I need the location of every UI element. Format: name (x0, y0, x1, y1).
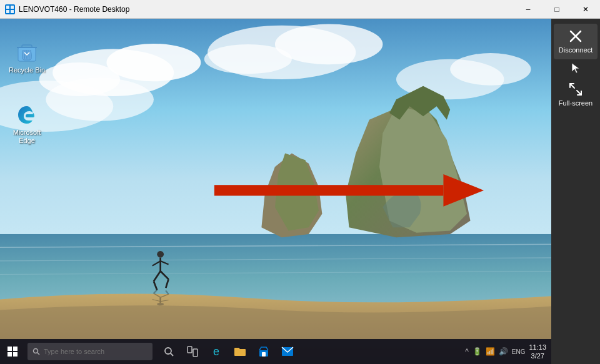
edge-icon[interactable]: Microsoft Edge (5, 100, 49, 147)
svg-line-42 (25, 50, 26, 59)
svg-rect-2 (11, 6, 14, 9)
svg-point-21 (157, 251, 164, 258)
svg-rect-4 (11, 10, 14, 13)
right-panel: Disconnect Full-screen (551, 19, 600, 364)
svg-rect-47 (13, 352, 18, 357)
disconnect-icon (568, 29, 583, 44)
svg-point-50 (165, 348, 171, 354)
svg-line-59 (570, 84, 574, 88)
taskbar-tray: ^ 🔋 📶 🔊 ENG 11:13 3/27 (465, 343, 551, 361)
start-button[interactable] (0, 339, 25, 364)
clock-time: 11:13 (529, 343, 546, 352)
recycle-bin-image (14, 40, 39, 65)
recycle-bin-label: Recycle Bin (9, 66, 45, 74)
edge-image (14, 102, 39, 127)
clock-date: 3/27 (529, 352, 546, 360)
title-bar: LENOVOT460 - Remote Desktop – □ ✕ (0, 0, 600, 19)
clock[interactable]: 11:13 3/27 (529, 343, 546, 361)
title-bar-buttons: – □ ✕ (514, 0, 600, 19)
remote-desktop-area[interactable]: Recycle Bin Microsoft Edge (0, 19, 551, 364)
svg-rect-52 (188, 347, 192, 353)
svg-point-15 (46, 78, 153, 121)
taskbar: e (0, 339, 551, 364)
search-input[interactable] (44, 348, 138, 355)
maximize-button[interactable]: □ (542, 0, 571, 19)
svg-line-49 (38, 353, 39, 355)
recycle-bin-icon[interactable]: Recycle Bin (5, 37, 49, 77)
taskbar-store-icon[interactable] (252, 339, 275, 364)
taskbar-search-icon[interactable] (158, 339, 180, 364)
fullscreen-label: Full-screen (559, 99, 592, 107)
taskbar-task-view-icon[interactable] (181, 339, 204, 364)
fullscreen-button[interactable]: Full-screen (554, 77, 598, 112)
svg-point-48 (34, 349, 38, 353)
disconnect-button[interactable]: Disconnect (554, 24, 598, 59)
tray-chevron-icon[interactable]: ^ (465, 347, 469, 356)
tray-language-icon: ENG (512, 348, 526, 355)
taskbar-edge-icon[interactable]: e (205, 339, 228, 364)
title-bar-left: LENOVOT460 - Remote Desktop (0, 4, 129, 14)
svg-rect-53 (193, 349, 198, 357)
fullscreen-icon (568, 82, 583, 97)
svg-point-13 (450, 53, 531, 86)
svg-rect-3 (6, 10, 9, 13)
svg-point-11 (204, 44, 292, 74)
svg-rect-1 (6, 6, 9, 9)
tray-volume-icon[interactable]: 🔊 (499, 347, 508, 356)
tray-battery-icon: 🔋 (472, 347, 482, 356)
tray-wifi-icon: 📶 (486, 347, 495, 356)
svg-point-7 (106, 44, 201, 81)
disconnect-label: Disconnect (559, 46, 592, 54)
main-area: Recycle Bin Microsoft Edge (0, 19, 600, 364)
svg-rect-55 (262, 352, 266, 357)
svg-line-51 (171, 353, 173, 356)
svg-line-60 (577, 91, 581, 95)
svg-rect-44 (8, 347, 12, 351)
app-icon (5, 4, 15, 14)
taskbar-mail-icon[interactable] (276, 339, 299, 364)
svg-line-43 (29, 50, 29, 59)
minimize-button[interactable]: – (514, 0, 542, 19)
edge-label: Microsoft Edge (8, 129, 46, 145)
window-title: LENOVOT460 - Remote Desktop (19, 5, 129, 14)
svg-rect-36 (214, 185, 444, 195)
search-bar[interactable] (28, 343, 152, 360)
taskbar-icons: e (158, 339, 299, 364)
taskbar-folder-icon[interactable] (229, 339, 251, 364)
cursor-indicator (569, 62, 582, 74)
svg-rect-45 (13, 347, 18, 351)
desktop-background: Recycle Bin Microsoft Edge (0, 19, 551, 364)
svg-point-29 (157, 303, 164, 305)
window-close-button[interactable]: ✕ (571, 0, 600, 19)
svg-rect-46 (8, 352, 12, 357)
search-icon (32, 348, 40, 355)
